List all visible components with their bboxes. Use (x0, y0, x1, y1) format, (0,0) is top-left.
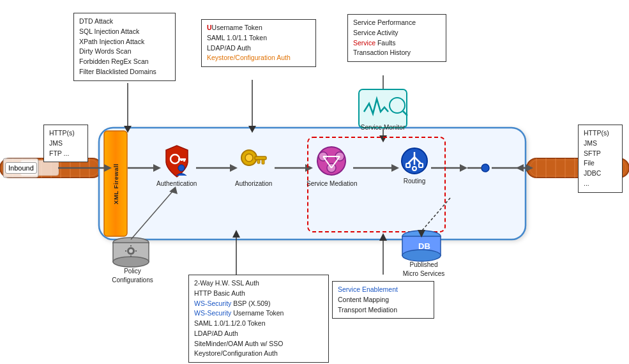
svg-marker-51 (379, 135, 387, 142)
monitoring-box: Service Performance Service Activity Ser… (347, 14, 446, 62)
xml-firewall-bar: XML Firewall (104, 131, 127, 236)
xml-firewall-label: XML Firewall (112, 163, 119, 204)
threat-item-6: Filter Blacklisted Domains (79, 67, 170, 77)
service-mediation-box: Service Enablement Content Mapping Trans… (332, 281, 434, 319)
svg-rect-84 (255, 156, 266, 160)
published-micro-services-label: PublishedMicro Services (400, 261, 448, 278)
outbound-proto-5: JDBC (584, 169, 617, 179)
service-monitor-label: Service Monitor (359, 123, 407, 131)
authorization-icon-area: Authorization (235, 144, 272, 187)
token-item-3: LDAP/AD Auth (207, 43, 310, 54)
token-item-1: UUsername Token (207, 23, 310, 33)
auth-method-1: 2-Way H.W. SSL Auth (194, 278, 323, 289)
svg-line-55 (403, 111, 407, 116)
policy-configurations-label: PolicyConfigurations (109, 267, 156, 285)
outbound-proto-4: File (584, 158, 617, 169)
outbound-proto-1: HTTP(s) (584, 128, 617, 139)
svg-point-83 (245, 154, 253, 162)
outbound-proto-6: ... (584, 179, 617, 189)
svg-point-81 (178, 165, 185, 171)
outbound-proto-2: JMS (584, 139, 617, 149)
svg-point-60 (129, 249, 133, 253)
svg-point-67 (402, 250, 441, 261)
routing-icon (399, 146, 430, 176)
svg-line-75 (421, 198, 450, 231)
svg-point-59 (127, 247, 135, 255)
inbound-text: Inbound (8, 164, 34, 172)
svg-rect-53 (359, 89, 407, 128)
svg-rect-57 (113, 243, 149, 262)
svg-marker-29 (516, 164, 524, 172)
threat-item-5: Forbidden RegEx Scan (79, 57, 170, 67)
authentication-icon-area: Authentication (156, 144, 197, 187)
monitor-item-1: Service Performance (353, 18, 441, 28)
monitor-item-2: Service Activity (353, 28, 441, 38)
svg-marker-70 (169, 186, 178, 194)
authorization-label: Authorization (235, 180, 272, 187)
inbound-label: Inbound (5, 162, 37, 174)
service-mediation-label: Service Mediation (307, 180, 357, 187)
auth-method-2: HTTP Basic Auth (194, 289, 323, 299)
svg-rect-79 (183, 158, 185, 162)
auth-methods-box: 2-Way H.W. SSL Auth HTTP Basic Auth WS-S… (188, 275, 329, 363)
svg-point-56 (113, 238, 149, 248)
auth-method-4: WS-Security Username Token (194, 308, 323, 319)
outbound-protocols-box: HTTP(s) JMS SFTP File JDBC ... (578, 125, 623, 193)
svc-med-item-2: Content Mapping (338, 295, 428, 305)
svg-marker-41 (460, 164, 467, 172)
diagram-container: DB Inbound Outbound XML Firewall DTD Att… (0, 0, 629, 364)
svg-marker-49 (379, 110, 387, 117)
threats-box: DTD Attack SQL Injection Attack XPath In… (73, 13, 176, 81)
svg-line-69 (131, 192, 172, 239)
svg-text:DB: DB (418, 241, 430, 251)
inbound-proto-3: FTP ... (49, 149, 82, 159)
auth-method-3: WS-Security BSP (X.509) (194, 299, 323, 309)
token-item-4: Keystore/Configuration Auth (207, 53, 310, 63)
routing-label: Routing (404, 178, 425, 185)
service-mediation-icon-area: Service Mediation (307, 144, 357, 187)
threat-item-1: DTD Attack (79, 17, 170, 27)
monitor-item-4: Transaction History (353, 48, 441, 58)
threat-item-4: Dirty Words Scan (79, 47, 170, 57)
svg-rect-66 (402, 236, 441, 255)
svg-marker-72 (232, 230, 240, 238)
inbound-proto-2: JMS (49, 139, 82, 149)
svc-med-item-3: Transport Mediation (338, 305, 428, 315)
service-mediation-icon (314, 144, 349, 179)
svg-marker-74 (379, 233, 387, 241)
token-item-2: SAML 1.0/1.1 Token (207, 33, 310, 43)
threat-item-2: SQL Injection Attack (79, 27, 170, 37)
authorization-icon (238, 144, 269, 179)
authentication-icon (161, 144, 193, 179)
auth-tokens-box: UUsername Token SAML 1.0/1.1 Token LDAP/… (201, 19, 316, 67)
auth-method-8: Keystore/Configuration Auth (194, 349, 323, 359)
svg-marker-39 (391, 164, 399, 172)
monitor-item-3: Service Faults (353, 38, 441, 49)
svg-point-54 (390, 98, 405, 113)
svg-marker-31 (526, 164, 533, 172)
auth-method-7: SiteMinder/OAM Auth w/ SSO (194, 339, 323, 349)
svg-point-42 (481, 164, 489, 172)
svg-point-65 (402, 231, 441, 242)
svg-point-58 (113, 257, 149, 267)
svg-rect-80 (181, 158, 183, 161)
routing-icon-area: Routing (399, 146, 430, 185)
svc-med-item-1: Service Enablement (338, 285, 428, 295)
inbound-proto-1: HTTP(s) (49, 128, 82, 139)
threat-item-3: XPath Injection Attack (79, 37, 170, 47)
auth-method-5: SAML 1.0/1.1/2.0 Token (194, 319, 323, 329)
svg-marker-47 (248, 126, 256, 133)
svg-marker-76 (418, 230, 425, 238)
authentication-label: Authentication (156, 180, 197, 187)
auth-method-6: LDAP/AD Auth (194, 329, 323, 339)
svg-rect-86 (257, 160, 260, 163)
svg-rect-85 (262, 160, 264, 164)
outbound-proto-3: SFTP (584, 149, 617, 159)
inbound-protocols-box: HTTP(s) JMS FTP ... (43, 125, 88, 162)
